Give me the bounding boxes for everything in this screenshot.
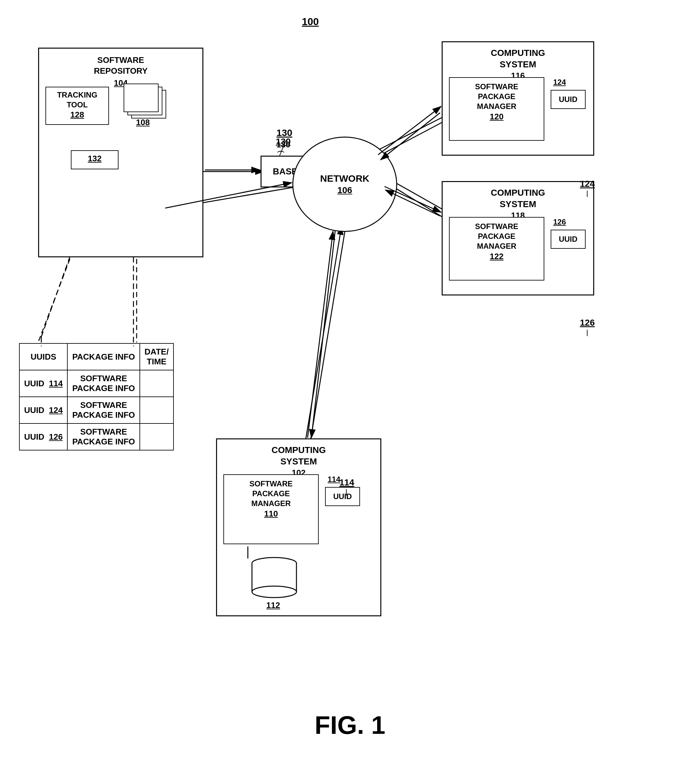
svg-line-29 (38, 259, 70, 342)
db-112-ref: 112 (266, 600, 280, 611)
table-cell-info-114: SOFTWAREPACKAGE INFO (67, 370, 140, 397)
table-cell-datetime-114 (140, 370, 173, 397)
stacked-pages-108: 108 (122, 83, 173, 128)
svg-point-17 (252, 586, 297, 598)
svg-line-5 (308, 222, 346, 454)
uuid-114-label: UUID (333, 491, 352, 501)
figure-label: FIG. 1 (0, 711, 700, 740)
computing-system-116-label: COMPUTINGSYSTEM (448, 47, 588, 70)
table-cell-info-124: SOFTWAREPACKAGE INFO (67, 397, 140, 423)
computing-system-118-box: COMPUTINGSYSTEM 118 SOFTWAREPACKAGEMANAG… (442, 181, 594, 295)
svg-line-23 (381, 113, 440, 160)
svg-line-9 (41, 248, 73, 337)
table-cell-uuid-126: UUID 126 (19, 423, 67, 450)
uuid-124-label: UUID (559, 94, 578, 104)
computing-system-102-label: COMPUTINGSYSTEM (222, 445, 375, 468)
ref-132-label: 132 (74, 153, 115, 164)
uuid-126-box: UUID (551, 230, 586, 249)
table-header-datetime: DATE/TIME (140, 343, 173, 370)
software-repository-box: SOFTWAREREPOSITORY 104 TRACKINGTOOL 128 … (38, 48, 203, 257)
tracking-tool-box: TRACKINGTOOL 128 (45, 87, 109, 125)
spm-110-label: SOFTWAREPACKAGEMANAGER (228, 479, 314, 509)
network-ref: 106 (337, 185, 352, 195)
spm-110-ref: 110 (228, 509, 314, 520)
uuid-124-box: UUID (551, 90, 586, 109)
software-repository-label: SOFTWAREREPOSITORY (45, 55, 196, 77)
table-row: UUID 126 SOFTWAREPACKAGE INFO (19, 423, 173, 450)
table-cell-datetime-126 (140, 423, 173, 450)
spm-120-box: SOFTWAREPACKAGEMANAGER 120 (449, 77, 544, 141)
spm-122-label: SOFTWAREPACKAGEMANAGER (453, 222, 540, 251)
network-ellipse: NETWORK 106 (292, 137, 397, 232)
table-row: UUID 114 SOFTWAREPACKAGE INFO (19, 370, 173, 397)
table-header-package-info: PACKAGE INFO (67, 343, 140, 370)
table-row: UUID 124 SOFTWAREPACKAGE INFO (19, 397, 173, 423)
svg-line-22 (378, 107, 441, 155)
uuid-114-box: UUID (325, 487, 360, 506)
svg-text:126: 126 (580, 318, 595, 328)
table-cell-uuid-124: UUID 124 (19, 397, 67, 423)
tracking-tool-label: TRACKINGTOOL (48, 90, 106, 110)
computing-system-118-label: COMPUTINGSYSTEM (448, 187, 588, 210)
svg-line-8 (303, 226, 342, 453)
table-cell-datetime-124 (140, 397, 173, 423)
svg-line-27 (308, 231, 333, 438)
base-url-callout: 130 (276, 137, 291, 147)
network-label: NETWORK (320, 173, 370, 184)
table-header-uuids: UUIDS (19, 343, 67, 370)
diagram-container: 100 SOFTWAREREPOSITORY 104 TRACKINGTOOL … (0, 0, 700, 778)
uuid-114-callout: 114 (328, 474, 340, 484)
uuid-126-label: UUID (559, 234, 578, 244)
tracking-tool-ref: 128 (48, 110, 106, 120)
uuid-126-callout: 126 (553, 217, 566, 227)
table-cell-uuid-114: UUID 114 (19, 370, 67, 397)
diagram-ref-100: 100 (302, 16, 319, 28)
table-cell-info-126: SOFTWAREPACKAGE INFO (67, 423, 140, 450)
uuid-124-callout: 124 (553, 77, 566, 87)
ref-132-box: 132 (71, 150, 118, 169)
svg-line-26 (312, 230, 335, 438)
spm-120-ref: 120 (453, 112, 540, 122)
spm-122-ref: 122 (453, 251, 540, 262)
computing-system-102-box: COMPUTINGSYSTEM 102 SOFTWAREPACKAGEMANAG… (216, 438, 381, 616)
spm-120-label: SOFTWAREPACKAGEMANAGER (453, 82, 540, 112)
spm-122-box: SOFTWAREPACKAGEMANAGER 122 (449, 217, 544, 280)
computing-system-116-box: COMPUTINGSYSTEM 116 SOFTWAREPACKAGEMANAG… (442, 41, 594, 156)
data-table: UUIDS PACKAGE INFO DATE/TIME UUID 114 SO… (19, 343, 174, 450)
ref-108: 108 (136, 117, 150, 128)
spm-110-box: SOFTWAREPACKAGEMANAGER 110 (223, 474, 319, 544)
database-112: 112 (249, 557, 300, 601)
